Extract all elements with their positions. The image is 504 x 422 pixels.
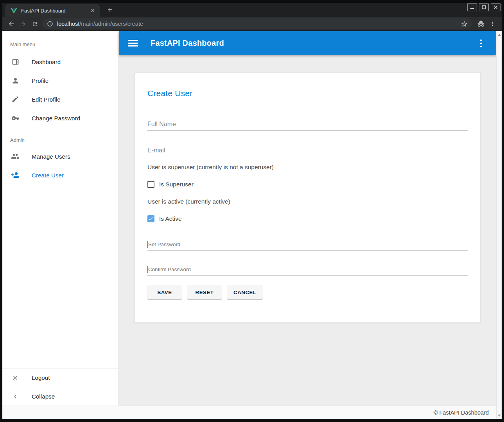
email-input[interactable] bbox=[147, 146, 468, 155]
browser-menu-icon[interactable] bbox=[487, 18, 499, 30]
browser-toolbar: localhost/main/admin/users/create bbox=[2, 17, 502, 31]
close-x-icon bbox=[11, 374, 20, 382]
person-add-icon bbox=[11, 171, 20, 179]
reset-button[interactable]: RESET bbox=[187, 286, 222, 299]
superuser-checkbox-row: Is Superuser bbox=[147, 181, 468, 188]
hamburger-menu-icon[interactable] bbox=[128, 39, 138, 47]
person-icon bbox=[11, 76, 20, 85]
page-title: Create User bbox=[147, 89, 468, 98]
window-maximize-button[interactable] bbox=[479, 3, 489, 11]
address-bar[interactable]: localhost/main/admin/users/create bbox=[42, 18, 472, 29]
full-name-input[interactable] bbox=[147, 120, 468, 129]
app-title: FastAPI Dashboard bbox=[151, 39, 475, 48]
set-password-field bbox=[147, 241, 468, 250]
sidebar-item-create-user[interactable]: Create User bbox=[2, 166, 118, 184]
full-name-field bbox=[147, 120, 468, 131]
url-path: /main/admin/users/create bbox=[79, 21, 143, 27]
forward-button[interactable] bbox=[17, 18, 29, 30]
sidebar-section-admin: Admin bbox=[2, 131, 118, 143]
site-info-icon[interactable] bbox=[47, 21, 53, 27]
sidebar: Main menu Dashboard Profile bbox=[2, 31, 119, 406]
scrollbar-down-arrow[interactable] bbox=[497, 413, 502, 418]
form-buttons: SAVE RESET CANCEL bbox=[147, 286, 468, 299]
cancel-button[interactable]: CANCEL bbox=[227, 286, 263, 299]
set-password-input[interactable] bbox=[147, 241, 218, 248]
browser-tab[interactable]: FastAPI Dashboard ✕ bbox=[5, 4, 100, 17]
sidebar-item-collapse[interactable]: Collapse bbox=[2, 387, 118, 406]
active-checkbox-row: Is Active bbox=[147, 215, 468, 222]
superuser-checkbox-label: Is Superuser bbox=[159, 181, 194, 188]
tab-strip: FastAPI Dashboard ✕ + bbox=[2, 3, 502, 17]
bookmark-star-icon[interactable] bbox=[461, 20, 468, 28]
create-user-card: Create User User is superuser (currently… bbox=[135, 72, 481, 323]
sidebar-section-main-menu: Main menu bbox=[2, 31, 118, 47]
back-button[interactable] bbox=[5, 18, 17, 30]
sidebar-item-profile[interactable]: Profile bbox=[2, 71, 118, 90]
appbar-kebab-menu-icon[interactable] bbox=[475, 38, 487, 49]
confirm-password-input[interactable] bbox=[147, 266, 218, 273]
is-superuser-checkbox[interactable] bbox=[147, 181, 154, 188]
key-icon bbox=[11, 114, 20, 122]
sidebar-item-dashboard[interactable]: Dashboard bbox=[2, 52, 118, 71]
url-host: localhost bbox=[57, 21, 79, 27]
tab-title: FastAPI Dashboard bbox=[21, 8, 89, 14]
reload-button[interactable] bbox=[29, 18, 41, 30]
save-button[interactable]: SAVE bbox=[147, 286, 182, 299]
incognito-icon bbox=[475, 18, 487, 30]
email-field bbox=[147, 146, 468, 157]
scrollbar-up-arrow[interactable] bbox=[497, 32, 502, 38]
page-footer: © FastAPI Dashboard bbox=[2, 406, 496, 419]
sidebar-bottom: Logout Collapse bbox=[2, 368, 118, 406]
url-text: localhost/main/admin/users/create bbox=[57, 21, 461, 27]
sidebar-item-change-password[interactable]: Change Password bbox=[2, 109, 118, 127]
people-icon bbox=[11, 152, 20, 161]
browser-window: FastAPI Dashboard ✕ + bbox=[0, 0, 504, 422]
confirm-password-field bbox=[147, 266, 468, 275]
main-content: Create User User is superuser (currently… bbox=[119, 55, 496, 406]
new-tab-button[interactable]: + bbox=[105, 5, 115, 15]
window-close-button[interactable] bbox=[491, 3, 500, 11]
superuser-hint: User is superuser (currently is not a su… bbox=[147, 164, 468, 171]
chevron-left-icon bbox=[11, 392, 20, 401]
tab-close-icon[interactable]: ✕ bbox=[89, 7, 96, 14]
page: Main menu Dashboard Profile bbox=[2, 31, 496, 419]
scrollbar[interactable] bbox=[496, 31, 502, 419]
window-minimize-button[interactable] bbox=[467, 3, 477, 11]
pencil-icon bbox=[11, 95, 20, 104]
app-bar: FastAPI Dashboard bbox=[119, 31, 496, 55]
sidebar-item-edit-profile[interactable]: Edit Profile bbox=[2, 90, 118, 109]
vue-logo-icon bbox=[11, 8, 17, 14]
is-active-checkbox[interactable] bbox=[147, 215, 154, 222]
window-controls bbox=[467, 3, 500, 11]
active-hint: User is active (currently active) bbox=[147, 198, 468, 205]
copyright-text: © FastAPI Dashboard bbox=[434, 409, 489, 416]
sidebar-item-logout[interactable]: Logout bbox=[2, 368, 118, 387]
active-checkbox-label: Is Active bbox=[159, 215, 182, 222]
dashboard-icon bbox=[11, 57, 20, 66]
sidebar-item-manage-users[interactable]: Manage Users bbox=[2, 147, 118, 166]
